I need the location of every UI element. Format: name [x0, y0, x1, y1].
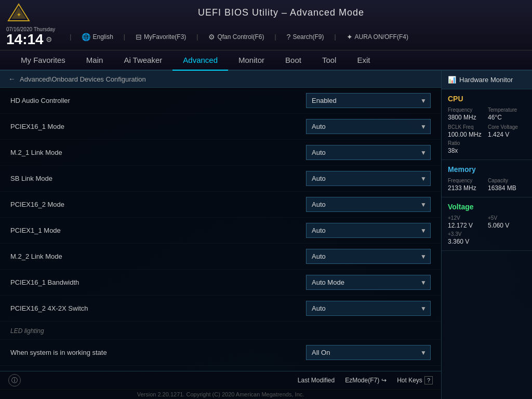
hw-monitor-title-text: Hardware Monitor	[459, 76, 513, 84]
language-selector[interactable]: 🌐 English	[82, 33, 113, 41]
pciex16-1-mode-select[interactable]: Auto x16 x8	[306, 119, 431, 134]
aura-button[interactable]: ✦ AURA ON/OFF(F4)	[347, 33, 408, 41]
aura-icon: ✦	[347, 33, 353, 41]
hot-keys-button[interactable]: Hot Keys ?	[397, 376, 433, 384]
info-button[interactable]: ⓘ	[8, 374, 21, 387]
cpu-core-voltage-metric: Core Voltage 1.424 V	[488, 124, 526, 138]
pciex16-1-bw-dropdown-wrapper: Auto Mode ▼	[306, 275, 431, 290]
settings-list: HD Audio Controller Enabled Disabled ▼ P…	[0, 88, 441, 371]
qfan-label: Qfan Control(F6)	[217, 33, 264, 41]
m2-1-link-dropdown-wrapper: Auto ▼	[306, 145, 431, 160]
setting-pciex16-2-mode: PCIEX16_2 Mode Auto ▼	[0, 192, 441, 218]
settings-panel: ← Advanced\Onboard Devices Configuration…	[0, 71, 441, 399]
pciex1-1-mode-select[interactable]: Auto	[306, 223, 431, 238]
hot-keys-label: Hot Keys	[397, 377, 422, 384]
tab-tool[interactable]: Tool	[312, 50, 347, 70]
setting-pciex16-1-bw: PCIEX16_1 Bandwidth Auto Mode ▼	[0, 270, 441, 296]
v12-label: +12V	[448, 215, 486, 221]
tab-advanced[interactable]: Advanced	[172, 50, 228, 71]
led-working-label: When system is in working state	[10, 349, 306, 356]
language-label: English	[92, 33, 113, 41]
pciex1-1-mode-dropdown-wrapper: Auto ▼	[306, 223, 431, 238]
tab-exit[interactable]: Exit	[347, 50, 380, 70]
tab-main[interactable]: Main	[76, 50, 114, 70]
qfan-button[interactable]: ⚙ Qfan Control(F6)	[208, 33, 264, 41]
tab-favorites[interactable]: My Favorites	[10, 50, 76, 70]
search-button[interactable]: ? Search(F9)	[287, 33, 324, 41]
pciex16-1-mode-dropdown-wrapper: Auto x16 x8 ▼	[306, 119, 431, 134]
my-favorite-button[interactable]: ⊟ MyFavorite(F3)	[136, 33, 186, 41]
pciex16-1-bw-select[interactable]: Auto Mode	[306, 275, 431, 290]
voltage-section-title: Voltage	[448, 203, 526, 211]
pciex16-1-mode-label: PCIEX16_1 Mode	[10, 123, 306, 130]
memory-capacity-value: 16384 MB	[488, 184, 526, 192]
time-text: 14:14	[6, 32, 44, 47]
m2-1-link-select[interactable]: Auto	[306, 145, 431, 160]
cpu-core-voltage-label: Core Voltage	[488, 124, 526, 130]
top-toolbar: 07/16/2020 Thursday 14:14 ⚙ | 🌐 English …	[0, 25, 532, 50]
time-settings-icon[interactable]: ⚙	[46, 35, 52, 44]
setting-hd-audio: HD Audio Controller Enabled Disabled ▼	[0, 88, 441, 114]
back-button[interactable]: ←	[8, 75, 16, 83]
m2-2-link-select[interactable]: Auto	[306, 249, 431, 264]
memory-capacity-label: Capacity	[488, 178, 526, 183]
hd-audio-label: HD Audio Controller	[10, 97, 306, 104]
tab-monitor[interactable]: Monitor	[228, 50, 275, 70]
cpu-temperature-label: Temperature	[488, 107, 526, 113]
led-working-select[interactable]: All On All Off	[306, 345, 431, 360]
footer: ⓘ Last Modified EzMode(F7) ↪ Hot Keys ?	[0, 371, 441, 399]
cpu-temperature-value: 46°C	[488, 114, 526, 121]
pciex16-2-mode-dropdown-wrapper: Auto ▼	[306, 197, 431, 212]
pciex16-2-mode-select[interactable]: Auto	[306, 197, 431, 212]
setting-pciex16-2-switch: PCIEX16_2 4X-2X Switch Auto ▼	[0, 296, 441, 322]
m2-1-link-label: M.2_1 Link Mode	[10, 149, 306, 156]
pciex16-2-switch-select[interactable]: Auto	[306, 301, 431, 316]
time-display: 14:14 ⚙	[6, 32, 52, 47]
ez-mode-button[interactable]: EzMode(F7) ↪	[345, 377, 387, 384]
led-section-header: LED lighting	[0, 322, 441, 340]
cpu-bclk-label: BCLK Freq	[448, 124, 486, 130]
pciex16-2-switch-dropdown-wrapper: Auto ▼	[306, 301, 431, 316]
v5-label: +5V	[488, 215, 526, 221]
title-bar: ✦ UEFI BIOS Utility – Advanced Mode	[0, 0, 532, 25]
hd-audio-select[interactable]: Enabled Disabled	[306, 93, 431, 108]
v12-metric: +12V 12.172 V	[448, 215, 486, 229]
memory-metrics-grid: Frequency 2133 MHz Capacity 16384 MB	[448, 178, 526, 192]
tab-aitweaker[interactable]: Ai Tweaker	[113, 50, 172, 70]
cpu-core-voltage-value: 1.424 V	[488, 131, 526, 138]
nav-bar: My Favorites Main Ai Tweaker Advanced Mo…	[0, 50, 532, 71]
hw-monitor-title: 📊 Hardware Monitor	[442, 71, 532, 89]
setting-m2-2-link: M.2_2 Link Mode Auto ▼	[0, 244, 441, 270]
memory-frequency-metric: Frequency 2133 MHz	[448, 178, 486, 192]
asus-logo: ✦	[6, 3, 31, 22]
cpu-ratio-label: Ratio	[448, 140, 526, 146]
search-icon: ?	[287, 33, 291, 41]
bios-title: UEFI BIOS Utility – Advanced Mode	[36, 7, 526, 18]
language-icon: 🌐	[82, 33, 90, 41]
cpu-frequency-value: 3800 MHz	[448, 114, 486, 121]
m2-2-link-label: M.2_2 Link Mode	[10, 252, 306, 260]
setting-pciex1-1-mode: PCIEX1_1 Mode Auto ▼	[0, 218, 441, 244]
sb-link-select[interactable]: Auto	[306, 171, 431, 186]
memory-capacity-metric: Capacity 16384 MB	[488, 178, 526, 192]
pciex16-1-bw-label: PCIEX16_1 Bandwidth	[10, 278, 306, 286]
ez-mode-icon: ↪	[381, 377, 387, 384]
footer-buttons: Last Modified EzMode(F7) ↪ Hot Keys ?	[298, 376, 433, 384]
last-modified-button[interactable]: Last Modified	[298, 377, 335, 384]
v33-label: +3.3V	[448, 231, 526, 237]
m2-2-link-dropdown-wrapper: Auto ▼	[306, 249, 431, 264]
v33-value: 3.360 V	[448, 238, 526, 245]
footer-main: ⓘ Last Modified EzMode(F7) ↪ Hot Keys ?	[0, 371, 441, 389]
memory-frequency-label: Frequency	[448, 178, 486, 183]
cpu-ratio-metric: Ratio 38x	[448, 140, 526, 154]
memory-section-title: Memory	[448, 165, 526, 174]
breadcrumb-text: Advanced\Onboard Devices Configuration	[20, 75, 146, 83]
ez-mode-label: EzMode(F7)	[345, 377, 379, 384]
setting-led-working: When system is in working state All On A…	[0, 340, 441, 366]
cpu-temperature-metric: Temperature 46°C	[488, 107, 526, 121]
aura-label: AURA ON/OFF(F4)	[355, 33, 408, 41]
tab-boot[interactable]: Boot	[275, 50, 312, 70]
v5-metric: +5V 5.060 V	[488, 215, 526, 229]
cpu-section-title: CPU	[448, 95, 526, 103]
voltage-metrics-grid: +12V 12.172 V +5V 5.060 V	[448, 215, 526, 229]
